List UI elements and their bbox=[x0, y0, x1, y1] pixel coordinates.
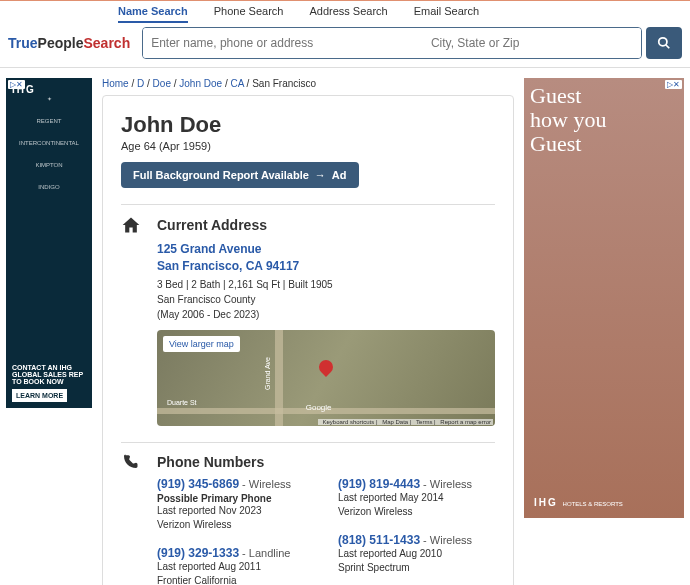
tab-phone-search[interactable]: Phone Search bbox=[214, 1, 284, 23]
section-title-phones: Phone Numbers bbox=[157, 454, 264, 470]
view-larger-map-button[interactable]: View larger map bbox=[163, 336, 240, 352]
address-line2[interactable]: San Francisco, CA 94117 bbox=[157, 258, 495, 275]
ad-right[interactable]: ▷✕ Guest how you Guest IHG HOTELS & RESO… bbox=[524, 78, 684, 518]
search-input-term[interactable] bbox=[143, 28, 422, 58]
search-input-location[interactable] bbox=[422, 28, 641, 58]
tab-email-search[interactable]: Email Search bbox=[414, 1, 479, 23]
address-line1[interactable]: 125 Grand Avenue bbox=[157, 241, 495, 258]
ad-left[interactable]: ▷✕ IHG ✦ REGENT INTERCONTINENTAL KIMPTON… bbox=[6, 78, 92, 408]
phone-item: (919) 345-6869 - Wireless Possible Prima… bbox=[157, 477, 314, 532]
svg-line-1 bbox=[666, 45, 670, 49]
person-card: John Doe Age 64 (Apr 1959) Full Backgrou… bbox=[102, 95, 514, 585]
search-button[interactable] bbox=[646, 27, 682, 59]
tab-name-search[interactable]: Name Search bbox=[118, 1, 188, 23]
arrow-right-icon: → bbox=[315, 169, 326, 181]
person-age: Age 64 (Apr 1959) bbox=[121, 140, 495, 152]
site-logo[interactable]: TruePeopleSearch bbox=[8, 35, 130, 51]
svg-point-0 bbox=[659, 38, 667, 46]
phone-icon bbox=[121, 453, 143, 471]
search-tabs: Name Search Phone Search Address Search … bbox=[0, 1, 690, 23]
phone-item: (919) 819-4443 - Wireless Last reported … bbox=[338, 477, 495, 519]
breadcrumb: Home / D / Doe / John Doe / CA / San Fra… bbox=[102, 78, 514, 89]
adchoices-icon[interactable]: ▷✕ bbox=[8, 80, 25, 89]
adchoices-icon[interactable]: ▷✕ bbox=[665, 80, 682, 89]
phone-item: (818) 511-1433 - Wireless Last reported … bbox=[338, 533, 495, 575]
ad-learn-more-button[interactable]: LEARN MORE bbox=[12, 389, 67, 402]
phone-item: (919) 329-1333 - Landline Last reported … bbox=[157, 546, 314, 585]
search-icon bbox=[657, 36, 671, 50]
house-icon bbox=[121, 215, 143, 235]
background-report-button[interactable]: Full Background Report Available → Ad bbox=[121, 162, 359, 188]
search-box bbox=[142, 27, 642, 59]
section-title-address: Current Address bbox=[157, 217, 267, 233]
tab-address-search[interactable]: Address Search bbox=[309, 1, 387, 23]
map-pin-icon bbox=[316, 357, 336, 377]
map-embed[interactable]: Grand Ave Duarte St View larger map Goog… bbox=[157, 330, 495, 426]
person-name: John Doe bbox=[121, 112, 495, 138]
